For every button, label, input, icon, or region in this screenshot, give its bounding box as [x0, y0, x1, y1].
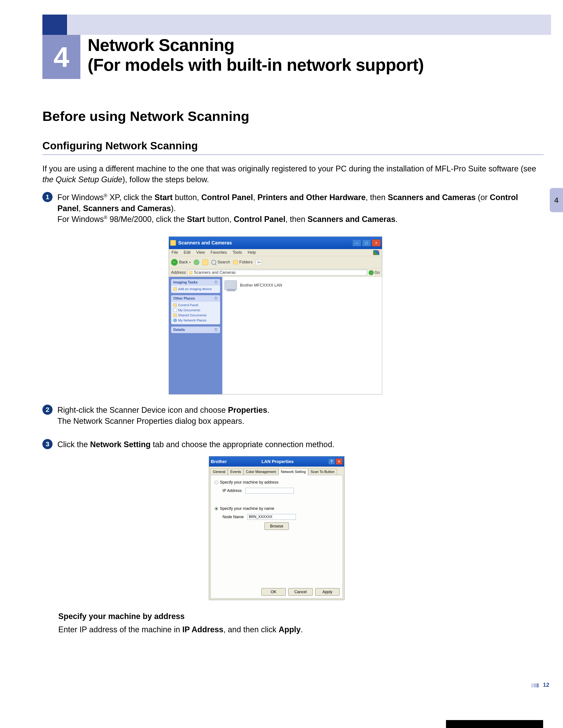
scanners-and-cameras-window: Scanners and Cameras – □ × File Edit Vie…	[169, 236, 382, 394]
other-places-panel: Other Places˄ Control Panel My Documents…	[171, 295, 220, 324]
step-number-1: 1	[42, 192, 53, 202]
menu-file[interactable]: File	[171, 250, 178, 255]
my-network-places-link[interactable]: My Network Places	[173, 318, 218, 322]
network-icon	[173, 319, 177, 322]
menu-help[interactable]: Help	[248, 250, 256, 255]
lan-properties-dialog: Brother LAN Properties ? × General Event…	[209, 456, 345, 600]
radio-icon	[214, 507, 218, 510]
xp-titlebar: Scanners and Cameras – □ ×	[169, 237, 382, 249]
close-button[interactable]: ×	[372, 239, 381, 246]
step-1-text: For Windows® XP, click the Start button,…	[57, 192, 544, 225]
camera-icon	[173, 287, 177, 291]
menubar: File Edit View Favorites Tools Help	[169, 249, 382, 256]
other-places-heading: Other Places	[173, 296, 195, 300]
ok-button[interactable]: OK	[261, 588, 286, 596]
address-icon	[189, 271, 192, 274]
specify-by-address-text: Enter IP address of the machine in IP Ad…	[58, 624, 542, 635]
radio-by-name[interactable]: Specify your machine by name	[214, 506, 339, 511]
step-2: 2 Right-click the Scanner Device icon an…	[42, 405, 544, 426]
window-title: Scanners and Cameras	[178, 240, 350, 246]
imaging-tasks-heading: Imaging Tasks	[173, 280, 197, 284]
step-3-text: Click the Network Setting tab and choose…	[57, 439, 544, 450]
documents-icon	[173, 309, 177, 312]
imaging-tasks-panel: Imaging Tasks˄ Add an imaging device	[171, 279, 220, 293]
step-2-text: Right-click the Scanner Device icon and …	[57, 405, 544, 426]
collapse-icon[interactable]: ˄	[214, 296, 218, 300]
dialog-title-left: Brother	[211, 459, 227, 464]
go-button[interactable]: →Go	[369, 270, 380, 275]
node-name-field[interactable]: BRN_XXXXXX	[247, 514, 296, 520]
tab-general[interactable]: General	[210, 469, 228, 475]
menu-view[interactable]: View	[196, 250, 205, 255]
scanner-icon	[224, 280, 237, 290]
tab-network-setting[interactable]: Network Setting	[278, 469, 308, 475]
radio-by-address[interactable]: Specify your machine by address	[214, 480, 339, 485]
folder-contents: Brother MFCXXXX LAN	[222, 277, 382, 394]
collapse-icon[interactable]: ˄	[214, 280, 218, 284]
addressbar: Address Scanners and Cameras →Go	[169, 268, 382, 277]
forward-button[interactable]: →	[194, 259, 199, 265]
radio-icon	[214, 481, 218, 484]
details-heading: Details	[173, 328, 185, 332]
views-button[interactable]: ☰▾	[256, 260, 262, 265]
chapter-title-line1: Network Scanning	[88, 35, 234, 55]
folder-icon	[173, 304, 177, 307]
minimize-button[interactable]: –	[352, 239, 361, 246]
tasks-sidebar: Imaging Tasks˄ Add an imaging device Oth…	[169, 277, 222, 394]
apply-button[interactable]: Apply	[315, 588, 340, 596]
maximize-button[interactable]: □	[362, 239, 371, 246]
expand-icon[interactable]: ˅	[214, 328, 218, 332]
scanner-device-item[interactable]: Brother MFCXXXX LAN	[224, 280, 380, 290]
address-label: Address	[171, 270, 186, 275]
menu-edit[interactable]: Edit	[184, 250, 190, 255]
browse-button[interactable]: Browse	[264, 522, 289, 530]
folder-icon	[173, 314, 177, 317]
cancel-button[interactable]: Cancel	[289, 588, 313, 596]
details-panel: Details˅	[171, 326, 220, 333]
page-number: 12	[543, 681, 549, 688]
chapter-accent-stripe	[42, 15, 67, 35]
control-panel-link[interactable]: Control Panel	[173, 303, 218, 307]
window-icon	[170, 240, 176, 246]
chapter-title: Network Scanning (For models with built-…	[88, 35, 424, 75]
close-button[interactable]: ×	[336, 458, 343, 465]
dialog-titlebar: Brother LAN Properties ? ×	[209, 456, 344, 467]
dialog-tabs: General Events Color Management Network …	[209, 467, 344, 475]
page-decoration	[531, 683, 539, 687]
shared-documents-link[interactable]: Shared Documents	[173, 313, 218, 317]
tab-events[interactable]: Events	[228, 469, 243, 475]
menu-favorites[interactable]: Favorites	[211, 250, 227, 255]
menu-tools[interactable]: Tools	[233, 250, 242, 255]
step-number-3: 3	[42, 439, 53, 449]
search-button[interactable]: Search	[211, 260, 230, 265]
folders-button[interactable]: Folders	[233, 260, 252, 265]
intro-paragraph: If you are using a different machine to …	[42, 163, 544, 185]
step-number-2: 2	[42, 405, 53, 415]
subsection-heading: Configuring Network Scanning	[42, 140, 198, 152]
search-icon	[211, 260, 216, 265]
address-field[interactable]: Scanners and Cameras	[187, 270, 367, 276]
step-1: 1 For Windows® XP, click the Start butto…	[42, 192, 544, 225]
node-name-label: Node Name	[222, 515, 244, 519]
my-documents-link[interactable]: My Documents	[173, 308, 218, 312]
chapter-number-box: 4	[42, 35, 80, 79]
footer-black-tab	[446, 720, 543, 728]
tab-color-management[interactable]: Color Management	[243, 469, 278, 475]
chapter-title-line2: (For models with built-in network suppor…	[88, 55, 424, 75]
subsection-rule	[42, 154, 544, 155]
section-heading: Before using Network Scanning	[42, 108, 249, 124]
ip-address-field[interactable]	[245, 488, 294, 493]
dialog-title: LAN Properties	[228, 459, 327, 464]
folder-icon	[233, 260, 238, 264]
chapter-side-tab: 4	[550, 188, 563, 212]
back-button[interactable]: ←Back▾	[171, 259, 190, 266]
step-3: 3 Click the Network Setting tab and choo…	[42, 439, 544, 450]
help-button[interactable]: ?	[328, 458, 335, 465]
add-imaging-device-link[interactable]: Add an imaging device	[173, 287, 218, 291]
up-button[interactable]	[202, 259, 208, 265]
tab-scan-to-button[interactable]: Scan To Button	[308, 469, 337, 475]
specify-by-address-heading: Specify your machine by address	[58, 612, 184, 621]
windows-logo-icon	[373, 250, 379, 255]
dialog-content: Specify your machine by address IP Addre…	[210, 475, 343, 599]
toolbar: ←Back▾ → Search Folders ☰▾	[169, 256, 382, 268]
